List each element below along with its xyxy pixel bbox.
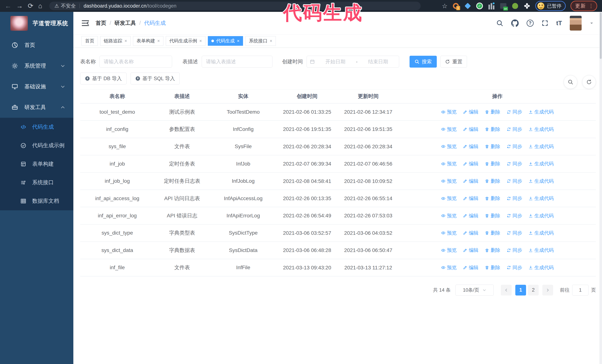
action-generate[interactable]: 生成代码 xyxy=(528,126,554,133)
sidebar-subitem-codegen[interactable]: 代码生成 xyxy=(0,118,73,136)
tab-代码生成[interactable]: 代码生成× xyxy=(208,36,243,46)
tab-首页[interactable]: 首页 xyxy=(82,36,98,46)
help-icon[interactable]: ? xyxy=(527,20,534,27)
reset-button[interactable]: 重置 xyxy=(441,56,467,68)
toggle-search-button[interactable] xyxy=(564,75,577,89)
extension-icon[interactable]: 1 xyxy=(452,2,459,10)
close-icon[interactable]: × xyxy=(270,38,272,43)
action-delete[interactable]: 删除 xyxy=(485,126,500,133)
tab-表单构建[interactable]: 表单构建× xyxy=(133,36,163,46)
import-sql-button[interactable]: 基于 SQL 导入 xyxy=(130,73,180,84)
fullscreen-icon[interactable] xyxy=(541,20,548,27)
sidebar-item-home[interactable]: 首页 xyxy=(0,35,73,56)
sidebar-subitem-form-builder[interactable]: 表单构建 xyxy=(0,155,73,173)
table-name-input[interactable] xyxy=(100,56,172,67)
action-preview[interactable]: 预览 xyxy=(441,195,457,202)
github-icon[interactable] xyxy=(511,19,519,27)
action-generate[interactable]: 生成代码 xyxy=(528,247,554,253)
extension-check-icon[interactable]: ✓ xyxy=(476,2,483,10)
action-generate[interactable]: 生成代码 xyxy=(528,195,554,202)
action-sync[interactable]: 同步 xyxy=(507,143,522,150)
sidebar-item-infra[interactable]: 基础设施 xyxy=(0,76,73,97)
action-generate[interactable]: 生成代码 xyxy=(528,161,554,167)
action-edit[interactable]: 编辑 xyxy=(463,161,478,167)
bookmark-star-icon[interactable]: ☆ xyxy=(442,2,448,10)
action-preview[interactable]: 预览 xyxy=(441,264,457,271)
address-bar[interactable]: ⚠ 不安全 dashboard.yudao.iocoder.cn/tool/co… xyxy=(49,2,421,10)
action-delete[interactable]: 删除 xyxy=(485,264,500,271)
chevron-down-icon[interactable] xyxy=(589,21,594,25)
search-button[interactable]: 搜索 xyxy=(409,56,437,68)
import-db-button[interactable]: 基于 DB 导入 xyxy=(80,73,127,84)
date-range-input[interactable]: 开始日期 - 结束日期 xyxy=(307,56,399,68)
action-sync[interactable]: 同步 xyxy=(507,126,522,133)
action-generate[interactable]: 生成代码 xyxy=(528,109,554,115)
action-delete[interactable]: 删除 xyxy=(485,247,500,253)
tab-链路追踪[interactable]: 链路追踪× xyxy=(100,36,130,46)
action-sync[interactable]: 同步 xyxy=(507,161,522,167)
extension-monkey-icon[interactable] xyxy=(512,2,519,10)
extension-gem-icon[interactable] xyxy=(464,2,471,10)
goto-page-input[interactable] xyxy=(572,285,589,295)
action-sync[interactable]: 同步 xyxy=(507,213,522,219)
action-edit[interactable]: 编辑 xyxy=(463,109,478,115)
sidebar-subitem-db-doc[interactable]: 数据库文档 xyxy=(0,192,73,210)
profile-paused-pill[interactable]: 已暂停 xyxy=(535,1,566,11)
collapse-sidebar-icon[interactable] xyxy=(82,20,89,26)
forward-icon[interactable]: → xyxy=(16,2,23,10)
close-icon[interactable]: × xyxy=(124,38,127,43)
scrollbar-thumb[interactable] xyxy=(600,13,602,59)
action-delete[interactable]: 删除 xyxy=(485,230,500,236)
sidebar-subitem-codegen-example[interactable]: 代码生成示例 xyxy=(0,136,73,155)
close-icon[interactable]: × xyxy=(157,38,160,43)
action-sync[interactable]: 同步 xyxy=(507,195,522,202)
action-delete[interactable]: 删除 xyxy=(485,213,500,219)
action-sync[interactable]: 同步 xyxy=(507,247,522,253)
table-desc-input[interactable] xyxy=(202,56,272,67)
extension-on-icon[interactable]: on xyxy=(500,2,507,10)
page-scrollbar[interactable] xyxy=(599,12,602,364)
action-delete[interactable]: 删除 xyxy=(485,161,500,167)
extension-pinwheel-icon[interactable] xyxy=(524,2,530,10)
action-edit[interactable]: 编辑 xyxy=(463,247,478,253)
action-edit[interactable]: 编辑 xyxy=(463,126,478,133)
action-generate[interactable]: 生成代码 xyxy=(528,230,554,236)
sidebar-subitem-system-api[interactable]: 系统接口 xyxy=(0,173,73,192)
action-generate[interactable]: 生成代码 xyxy=(528,178,554,184)
kebab-menu-icon[interactable]: ⋮ xyxy=(589,3,594,9)
page-button-2[interactable]: 2 xyxy=(528,285,539,295)
logo-row[interactable]: 芋道管理系统 xyxy=(0,12,73,35)
action-edit[interactable]: 编辑 xyxy=(463,230,478,236)
action-preview[interactable]: 预览 xyxy=(441,143,457,150)
font-size-icon[interactable]: tT xyxy=(556,20,562,27)
search-icon[interactable] xyxy=(496,20,503,27)
action-sync[interactable]: 同步 xyxy=(507,264,522,271)
action-edit[interactable]: 编辑 xyxy=(463,178,478,184)
action-generate[interactable]: 生成代码 xyxy=(528,264,554,271)
prev-page-button[interactable] xyxy=(501,285,512,295)
extension-tabs-icon[interactable] xyxy=(488,2,495,10)
sidebar-item-system[interactable]: 系统管理 xyxy=(0,56,73,76)
action-preview[interactable]: 预览 xyxy=(441,213,457,219)
action-edit[interactable]: 编辑 xyxy=(463,213,478,219)
action-delete[interactable]: 删除 xyxy=(485,143,500,150)
action-preview[interactable]: 预览 xyxy=(441,230,457,236)
action-sync[interactable]: 同步 xyxy=(507,178,522,184)
action-delete[interactable]: 删除 xyxy=(485,178,500,184)
breadcrumb-item[interactable]: 研发工具 xyxy=(115,20,136,27)
action-generate[interactable]: 生成代码 xyxy=(528,213,554,219)
tab-代码生成示例[interactable]: 代码生成示例× xyxy=(166,36,205,46)
action-delete[interactable]: 删除 xyxy=(485,195,500,202)
action-preview[interactable]: 预览 xyxy=(441,161,457,167)
close-icon[interactable]: × xyxy=(199,38,202,43)
next-page-button[interactable] xyxy=(542,285,553,295)
action-edit[interactable]: 编辑 xyxy=(463,143,478,150)
action-preview[interactable]: 预览 xyxy=(441,247,457,253)
action-preview[interactable]: 预览 xyxy=(441,109,457,115)
action-generate[interactable]: 生成代码 xyxy=(528,143,554,150)
action-edit[interactable]: 编辑 xyxy=(463,195,478,202)
page-button-1[interactable]: 1 xyxy=(515,285,526,295)
action-preview[interactable]: 预览 xyxy=(441,178,457,184)
action-preview[interactable]: 预览 xyxy=(441,126,457,133)
action-sync[interactable]: 同步 xyxy=(507,109,522,115)
